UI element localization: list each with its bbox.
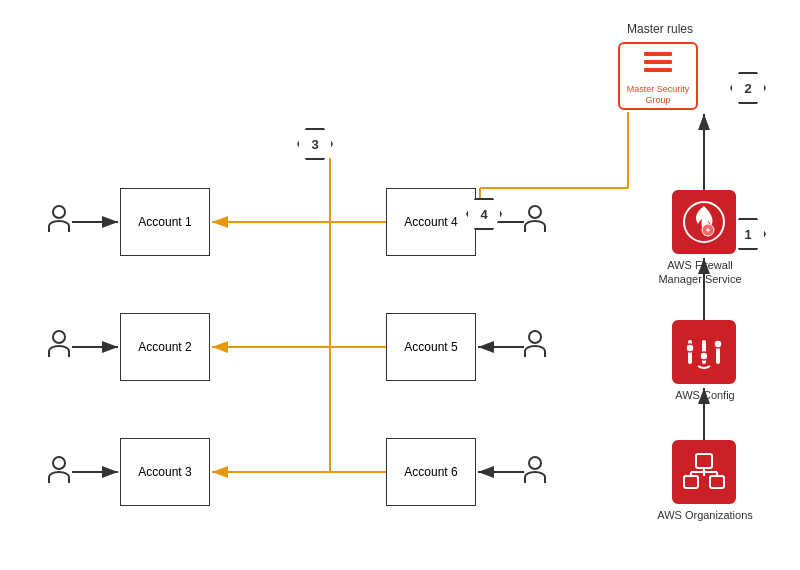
svg-point-33: [686, 344, 694, 352]
user-body: [48, 220, 70, 232]
badge-2-shape: 2: [730, 72, 766, 104]
master-rules-label: Master rules: [615, 22, 705, 36]
user-body: [524, 345, 546, 357]
account-label-4: Account 4: [404, 215, 457, 229]
account-label-5: Account 5: [404, 340, 457, 354]
badge-4: 4: [466, 198, 502, 230]
account-label-1: Account 1: [138, 215, 191, 229]
badge-3-label: 3: [311, 137, 318, 152]
firewall-icon: [680, 198, 728, 246]
badge-3-shape: 3: [297, 128, 333, 160]
svg-point-35: [714, 340, 722, 348]
account-box-5: Account 5: [386, 313, 476, 381]
master-security-group-box: Master Security Group: [618, 42, 698, 110]
svg-point-34: [700, 352, 708, 360]
master-sg-label: Master Security Group: [620, 84, 696, 106]
svg-rect-38: [710, 476, 724, 488]
user-account1: [48, 205, 70, 232]
user-head: [52, 456, 66, 470]
account-box-1: Account 1: [120, 188, 210, 256]
aws-firewall-label: AWS Firewall Manager Service: [645, 258, 755, 287]
account-box-4: Account 4: [386, 188, 476, 256]
master-sg-icon: [640, 46, 676, 82]
aws-org-label: AWS Organizations: [650, 508, 760, 522]
user-head: [528, 330, 542, 344]
account-box-2: Account 2: [120, 313, 210, 381]
svg-rect-37: [684, 476, 698, 488]
org-icon: [680, 448, 728, 496]
badge-3: 3: [297, 128, 333, 160]
user-head: [528, 456, 542, 470]
aws-org-box: [672, 440, 736, 504]
svg-rect-25: [644, 52, 672, 56]
user-body: [48, 471, 70, 483]
account-label-6: Account 6: [404, 465, 457, 479]
account-label-2: Account 2: [138, 340, 191, 354]
badge-1-label: 1: [744, 227, 751, 242]
svg-rect-26: [644, 60, 672, 64]
user-account2: [48, 330, 70, 357]
badge-2: 2: [730, 72, 766, 104]
user-body: [524, 471, 546, 483]
badge-4-shape: 4: [466, 198, 502, 230]
svg-rect-36: [696, 454, 712, 468]
user-body: [48, 345, 70, 357]
account-label-3: Account 3: [138, 465, 191, 479]
svg-rect-27: [644, 68, 672, 72]
account-box-3: Account 3: [120, 438, 210, 506]
badge-4-label: 4: [480, 207, 487, 222]
user-account5: [524, 330, 546, 357]
account-box-6: Account 6: [386, 438, 476, 506]
user-head: [52, 205, 66, 219]
master-rules-text: Master rules: [627, 22, 693, 36]
aws-config-label: AWS Config: [660, 388, 750, 402]
config-icon: [680, 328, 728, 376]
user-head: [528, 205, 542, 219]
aws-firewall-box: [672, 190, 736, 254]
diagram-container: Account 1 Account 2 Account 3 Account 4 …: [0, 0, 800, 570]
user-account3: [48, 456, 70, 483]
user-head: [52, 330, 66, 344]
badge-2-label: 2: [744, 81, 751, 96]
user-account6: [524, 456, 546, 483]
aws-config-box: [672, 320, 736, 384]
user-account4: [524, 205, 546, 232]
user-body: [524, 220, 546, 232]
